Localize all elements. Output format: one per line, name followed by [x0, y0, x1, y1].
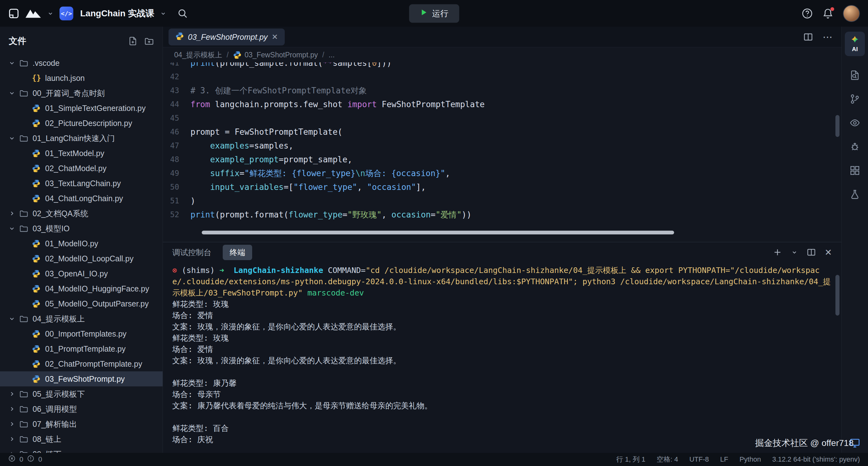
new-terminal-icon[interactable] — [773, 247, 782, 257]
code-line[interactable]: 49 suffix="鲜花类型: {flower_type}\n场合: {occ… — [163, 167, 841, 180]
code-line[interactable]: 48 example_prompt=prompt_sample, — [163, 153, 841, 167]
terminal-tab[interactable]: 终端 — [223, 245, 252, 260]
terminal-dropdown-chevron-icon[interactable] — [791, 249, 798, 256]
code-line[interactable]: 44from langchain.prompts.few_shot import… — [163, 97, 841, 111]
tree-folder-item[interactable]: 08_链上 — [0, 432, 162, 446]
tree-file-item[interactable]: 01_SimpleTextGeneration.py — [0, 100, 162, 116]
editor-tab[interactable]: 03_FewShotPrompt.py ✕ — [168, 29, 285, 46]
tree-file-item[interactable]: 02_ChatPromptTemplate.py — [0, 356, 162, 371]
run-button[interactable]: 运行 — [409, 4, 459, 23]
tree-file-item[interactable]: 03_OpenAI_IO.py — [0, 266, 162, 281]
status-item[interactable]: UTF-8 — [689, 455, 709, 464]
run-label: 运行 — [432, 8, 448, 19]
python-file-icon — [32, 345, 45, 353]
code-text: input_variables=["flower_type", "occasio… — [190, 180, 426, 194]
code-line[interactable]: 41print(prompt_sample.format(**samples[0… — [163, 62, 841, 70]
tree-file-item[interactable]: 00_ImportTemplates.py — [0, 326, 162, 341]
folder-icon — [20, 389, 33, 398]
split-editor-icon[interactable] — [803, 32, 813, 42]
tree-file-item[interactable]: 03_FewShotPrompt.py — [0, 371, 162, 386]
terminal-tab[interactable]: 调试控制台 — [172, 247, 211, 258]
terminal-line: ⊗ (shims) ➜ LangChain-shizhanke COMMAND=… — [172, 265, 832, 299]
line-number: 47 — [163, 139, 190, 153]
code-line[interactable]: 47 examples=samples, — [163, 139, 841, 153]
tree-item-label: 02_ChatPromptTemplate.py — [45, 359, 142, 369]
terminal-line: 鲜花类型: 百合 — [172, 423, 832, 434]
breadcrumb-item[interactable]: 04_提示模板上 — [174, 50, 222, 60]
ai-assistant-icon[interactable]: AI — [845, 32, 865, 56]
more-actions-icon[interactable]: ⋯ — [823, 31, 833, 43]
problems-indicator[interactable]: 0 0 — [8, 455, 42, 464]
tree-file-item[interactable]: 04_ModelIO_HuggingFace.py — [0, 281, 162, 296]
status-item[interactable]: LF — [720, 455, 728, 464]
tree-file-item[interactable]: 01_ModelIO.py — [0, 236, 162, 251]
tree-folder-item[interactable]: 03_模型IO — [0, 221, 162, 236]
tree-folder-item[interactable]: 04_提示模板上 — [0, 311, 162, 326]
code-text: from langchain.prompts.few_shot import F… — [190, 97, 485, 111]
tree-item-label: 01_PromptTemplate.py — [45, 344, 126, 353]
tree-file-item[interactable]: 02_ChatModel.py — [0, 161, 162, 176]
chevron-down-icon[interactable] — [47, 10, 54, 17]
tree-file-item[interactable]: 02_ModelIO_LoopCall.py — [0, 251, 162, 266]
tree-folder-item[interactable]: 07_解析输出 — [0, 416, 162, 432]
tree-file-item[interactable]: 01_TextModel.py — [0, 146, 162, 161]
tests-flask-icon[interactable] — [849, 189, 860, 200]
user-avatar[interactable] — [843, 5, 860, 22]
folder-icon — [20, 59, 33, 67]
notifications-bell-icon[interactable] — [822, 8, 834, 19]
close-panel-icon[interactable]: ✕ — [825, 247, 832, 258]
breadcrumb-item[interactable]: ... — [329, 51, 335, 59]
folder-icon — [20, 209, 33, 218]
tree-file-item[interactable]: {}launch.json — [0, 70, 162, 86]
status-item[interactable]: 3.12.2 64-bit ('shims': pyenv) — [772, 455, 860, 464]
code-line[interactable]: 46prompt = FewShotPromptTemplate( — [163, 125, 841, 139]
tree-file-item[interactable]: 01_PromptTemplate.py — [0, 341, 162, 356]
code-line[interactable]: 42 — [163, 70, 841, 84]
search-icon[interactable] — [177, 8, 188, 19]
source-control-icon[interactable] — [849, 94, 860, 104]
workspace-title[interactable]: LangChain 实战课 — [80, 7, 154, 20]
preview-eye-icon[interactable] — [849, 118, 860, 128]
close-tab-icon[interactable]: ✕ — [272, 33, 278, 41]
tree-file-item[interactable]: 04_ChatLongChain.py — [0, 191, 162, 206]
status-item[interactable]: 空格: 4 — [657, 455, 678, 464]
file-search-icon[interactable] — [849, 70, 860, 81]
help-icon[interactable] — [802, 8, 813, 19]
tree-folder-item[interactable]: 06_调用模型 — [0, 402, 162, 416]
status-item[interactable]: 行 1, 列 1 — [616, 455, 645, 464]
new-folder-icon[interactable] — [145, 36, 154, 46]
code-line[interactable]: 52print(prompt.format(flower_type="野玫瑰",… — [163, 208, 841, 222]
tree-folder-item[interactable]: 05_提示模板下 — [0, 386, 162, 402]
editor-horizontal-scrollbar[interactable] — [202, 231, 674, 234]
terminal-output[interactable]: ⊗ (shims) ➜ LangChain-shizhanke COMMAND=… — [163, 262, 841, 453]
tree-file-item[interactable]: 05_ModelIO_OutputParser.py — [0, 296, 162, 311]
code-line[interactable]: 51) — [163, 194, 841, 208]
chevron-down-icon[interactable] — [160, 10, 167, 17]
marscode-logo-icon[interactable] — [25, 8, 41, 19]
tree-folder-item[interactable]: 09_链下 — [0, 446, 162, 453]
code-text: prompt = FewShotPromptTemplate( — [190, 125, 342, 139]
debug-icon[interactable] — [849, 141, 860, 152]
editor-vertical-scrollbar[interactable] — [835, 115, 839, 137]
code-line[interactable]: 50 input_variables=["flower_type", "occa… — [163, 180, 841, 194]
terminal-line: 文案: 玫瑰，浪漫的象征，是你向心爱的人表达爱意的最佳选择。 — [172, 355, 832, 366]
line-number: 45 — [163, 111, 190, 125]
python-file-icon — [32, 104, 45, 113]
tree-folder-item[interactable]: 02_文档QA系统 — [0, 206, 162, 221]
app-logo-icon[interactable] — [8, 8, 20, 19]
status-item[interactable]: Python — [740, 455, 761, 464]
line-number: 44 — [163, 97, 190, 111]
breadcrumb-item[interactable]: 03_FewShotPrompt.py — [233, 51, 318, 59]
terminal-vertical-scrollbar[interactable] — [835, 275, 839, 316]
tree-folder-item[interactable]: 01_LangChain快速入门 — [0, 131, 162, 146]
tree-file-item[interactable]: 03_TextLangChain.py — [0, 176, 162, 191]
tree-folder-item[interactable]: .vscode — [0, 56, 162, 70]
tree-file-item[interactable]: 02_PictureDescription.py — [0, 116, 162, 131]
tree-folder-item[interactable]: 00_开篇词_奇点时刻 — [0, 86, 162, 100]
split-terminal-icon[interactable] — [807, 247, 816, 257]
code-line[interactable]: 45 — [163, 111, 841, 125]
code-editor[interactable]: 41print(prompt_sample.format(**samples[0… — [163, 62, 841, 242]
code-line[interactable]: 43# 3. 创建一个FewShotPromptTemplate对象 — [163, 84, 841, 97]
new-file-icon[interactable] — [128, 36, 137, 46]
extensions-icon[interactable] — [849, 165, 860, 176]
